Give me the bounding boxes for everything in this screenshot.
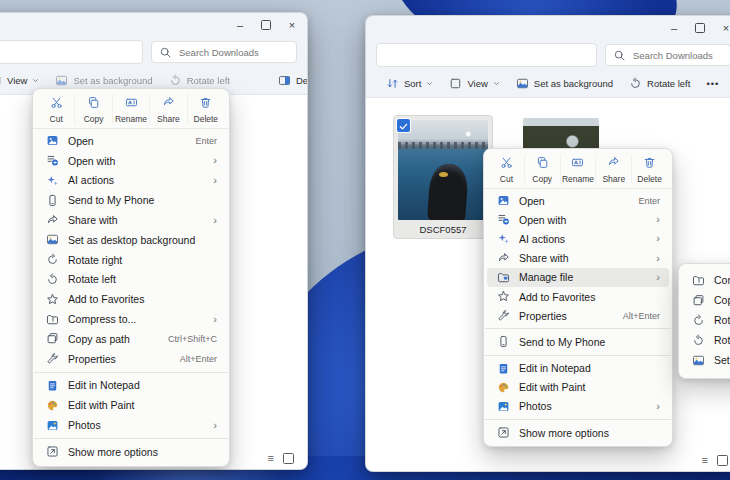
menu-item-compress-to[interactable]: Compress to... (682, 270, 730, 290)
menu-item-label: Copy as path (714, 294, 730, 306)
context-menu-right: CutCopyRenameShareDeleteOpenEnterOpen wi… (483, 148, 673, 447)
view-menu-button[interactable]: View (449, 77, 499, 90)
address-bar[interactable] (376, 43, 597, 67)
list-view-icon[interactable]: ≡ (702, 455, 708, 466)
quick-action-delete[interactable]: Delete (187, 93, 224, 125)
rotate-right-icon (691, 314, 706, 327)
rotate-left-icon (169, 74, 182, 87)
address-bar[interactable] (0, 40, 143, 64)
properties-icon (45, 352, 60, 365)
set-as-background-button[interactable]: Set as background (55, 74, 152, 87)
thumbnail-view-icon[interactable] (283, 453, 294, 464)
menu-item-label: Properties (68, 353, 172, 365)
menu-item-compress-to[interactable]: Compress to...› (36, 309, 226, 329)
menu-item-set-as-desktop-background[interactable]: Set as desktop background (36, 230, 226, 250)
file-thumbnail-dscf0557[interactable]: DSCF0557 (393, 115, 493, 239)
menu-item-label: Edit in Notepad (68, 379, 217, 391)
rotate-left-button[interactable]: Rotate left (169, 74, 230, 87)
menu-item-set-as-desktop-background[interactable]: Set as desktop background (682, 350, 730, 370)
menu-item-rotate-right[interactable]: Rotate right (682, 310, 730, 330)
minimize-button[interactable]: – (661, 19, 687, 38)
quick-action-cut[interactable]: Cut (489, 153, 524, 185)
menu-item-open-with[interactable]: Open with› (36, 151, 226, 171)
quick-action-cut[interactable]: Cut (38, 93, 74, 125)
menu-item-photos[interactable]: Photos› (36, 415, 226, 435)
set-background-label: Set as background (73, 75, 152, 86)
quick-action-label: Delete (637, 174, 662, 184)
menu-item-properties[interactable]: PropertiesAlt+Enter (36, 349, 226, 369)
minimize-button[interactable]: – (227, 16, 253, 35)
menu-item-edit-in-notepad[interactable]: Edit in Notepad (487, 359, 669, 378)
quick-actions-row: CutCopyRenameShareDelete (33, 89, 229, 129)
sort-menu-button[interactable]: Sort (386, 77, 433, 90)
menu-item-rotate-left[interactable]: Rotate left (36, 270, 226, 290)
menu-item-add-to-favorites[interactable]: Add to Favorites (36, 289, 226, 309)
search-box[interactable] (605, 44, 730, 66)
search-input[interactable] (631, 49, 723, 62)
menu-item-label: Open with (68, 155, 205, 167)
details-button[interactable]: Details (278, 74, 308, 87)
maximize-button[interactable] (687, 19, 713, 38)
compress-icon (691, 274, 706, 287)
menu-item-rotate-right[interactable]: Rotate right (36, 250, 226, 270)
search-box[interactable] (151, 41, 297, 63)
photos-icon (45, 419, 60, 432)
menu-item-open[interactable]: OpenEnter (36, 131, 226, 151)
shortcut-label: Enter (195, 136, 217, 146)
menu-item-properties[interactable]: PropertiesAlt+Enter (487, 306, 669, 325)
quick-action-delete[interactable]: Delete (631, 153, 667, 185)
menu-item-label: Open (68, 135, 187, 147)
menu-item-manage-file[interactable]: Manage file› (487, 268, 669, 287)
menu-item-label: AI actions (68, 174, 205, 186)
close-button[interactable]: × (279, 16, 305, 35)
selected-checkbox[interactable] (397, 119, 410, 132)
thumbnail-view-icon[interactable] (717, 455, 728, 466)
shortcut-label: Alt+Enter (180, 354, 217, 364)
share-icon (607, 155, 620, 173)
view-icon (0, 74, 2, 87)
menu-item-open-with[interactable]: Open with› (487, 210, 669, 229)
shortcut-label: Ctrl+Shift+C (168, 334, 217, 344)
menu-item-edit-in-notepad[interactable]: Edit in Notepad (36, 376, 226, 396)
menu-item-send-to-my-phone[interactable]: Send to My Phone (487, 332, 669, 351)
menu-item-label: Open with (519, 214, 648, 226)
close-button[interactable]: × (713, 19, 730, 38)
menu-item-copy-as-path[interactable]: Copy as pathCtrl+Shift+C (36, 329, 226, 349)
menu-item-edit-with-paint[interactable]: Edit with Paint (487, 378, 669, 397)
menu-item-share-with[interactable]: Share with› (487, 249, 669, 268)
menu-item-ai-actions[interactable]: AI actions› (36, 171, 226, 191)
menu-item-send-to-my-phone[interactable]: Send to My Phone (36, 190, 226, 210)
set-as-background-button[interactable]: Set as background (516, 77, 613, 90)
menu-item-label: Show more options (519, 427, 660, 439)
search-input[interactable] (177, 46, 289, 59)
rotate-left-icon (691, 334, 706, 347)
menu-item-show-more-options[interactable]: Show more options (487, 423, 669, 442)
more-options-button[interactable]: ••• (706, 78, 719, 89)
menu-item-share-with[interactable]: Share with› (36, 210, 226, 230)
quick-action-share[interactable]: Share (595, 153, 631, 185)
menu-item-edit-with-paint[interactable]: Edit with Paint (36, 395, 226, 415)
menu-item-label: Set as desktop background (68, 234, 217, 246)
chevron-right-icon: › (656, 214, 660, 225)
share-with-icon (496, 252, 511, 265)
quick-action-share[interactable]: Share (149, 93, 186, 125)
menu-item-rotate-left[interactable]: Rotate left (682, 330, 730, 350)
menu-item-show-more-options[interactable]: Show more options (36, 442, 226, 462)
menu-separator (34, 372, 228, 373)
maximize-button[interactable] (253, 16, 279, 35)
menu-item-copy-as-path[interactable]: Copy as path (682, 290, 730, 310)
menu-item-open[interactable]: OpenEnter (487, 191, 669, 210)
send-phone-icon (45, 194, 60, 207)
quick-action-label: Cut (50, 114, 63, 124)
quick-action-copy[interactable]: Copy (74, 93, 111, 125)
menu-item-photos[interactable]: Photos› (487, 397, 669, 416)
manage-file-icon (496, 271, 511, 284)
rotate-left-button[interactable]: Rotate left (629, 77, 690, 90)
quick-action-rename[interactable]: Rename (560, 153, 596, 185)
menu-item-ai-actions[interactable]: AI actions› (487, 229, 669, 248)
list-view-icon[interactable]: ≡ (268, 453, 274, 464)
quick-action-copy[interactable]: Copy (524, 153, 560, 185)
menu-item-add-to-favorites[interactable]: Add to Favorites (487, 287, 669, 306)
view-menu-button[interactable]: View (0, 74, 39, 87)
quick-action-rename[interactable]: Rename (112, 93, 149, 125)
